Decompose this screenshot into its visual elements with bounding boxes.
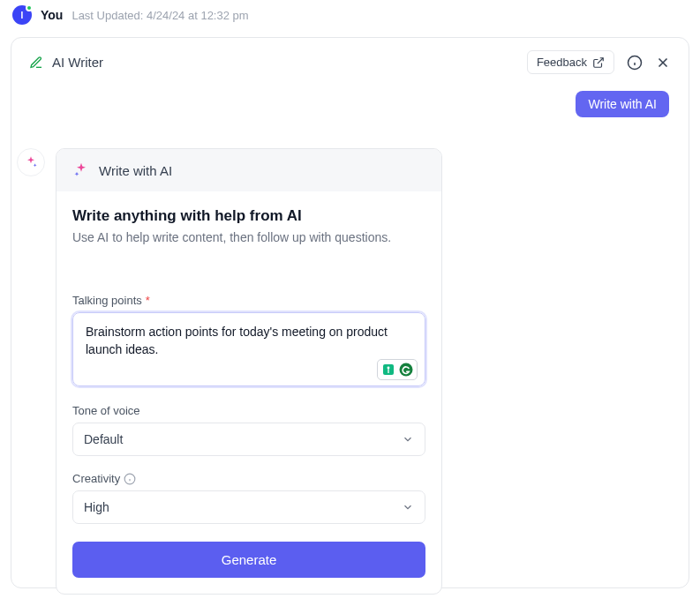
user-message-pill: Write with AI <box>576 91 669 117</box>
card-header-title: Write with AI <box>99 163 172 178</box>
chevron-down-icon <box>402 501 414 513</box>
creativity-field: Creativity High <box>72 472 425 524</box>
generate-label: Generate <box>222 552 277 567</box>
svg-line-0 <box>598 57 603 63</box>
feedback-button[interactable]: Feedback <box>527 50 614 74</box>
talking-points-wrapper <box>72 312 425 386</box>
external-link-icon <box>592 56 605 69</box>
required-marker: * <box>146 294 150 307</box>
avatar-letter: I <box>21 11 24 20</box>
last-updated-text: Last Updated: 4/24/24 at 12:32 pm <box>72 9 248 22</box>
sparkle-icon <box>72 161 90 179</box>
chevron-down-icon <box>402 433 414 445</box>
tone-select[interactable]: Default <box>72 423 425 456</box>
talking-points-field: Talking points * <box>72 294 425 386</box>
info-mini-icon[interactable] <box>124 473 136 485</box>
ai-writer-panel: AI Writer Feedback Write with AI <box>11 37 689 588</box>
svg-point-7 <box>388 367 390 370</box>
field-label-text: Creativity <box>72 472 120 485</box>
creativity-select[interactable]: High <box>72 490 425 524</box>
field-label-text: Talking points <box>72 294 142 307</box>
write-with-ai-card: Write with AI Write anything with help f… <box>56 148 442 595</box>
panel-title: AI Writer <box>52 55 103 70</box>
card-heading: Write anything with help from AI <box>72 207 425 225</box>
author-row: I You Last Updated: 4/24/24 at 12:32 pm <box>0 0 700 25</box>
talking-points-input[interactable] <box>75 315 423 380</box>
info-icon[interactable] <box>627 55 643 71</box>
close-icon[interactable] <box>655 55 671 71</box>
writing-assist-icon[interactable] <box>380 362 396 378</box>
sparkle-icon <box>24 155 38 169</box>
generate-button[interactable]: Generate <box>72 542 425 578</box>
author-name: You <box>41 8 63 22</box>
card-header: Write with AI <box>56 149 441 191</box>
panel-header-right: Feedback <box>527 50 671 74</box>
creativity-value: High <box>84 500 109 514</box>
feedback-label: Feedback <box>537 56 587 69</box>
panel-header-left: AI Writer <box>29 55 103 70</box>
talking-points-label: Talking points * <box>72 294 425 307</box>
chat-body: Write with AI Write with AI Write anythi… <box>11 86 689 580</box>
tone-value: Default <box>84 432 123 446</box>
presence-dot-icon <box>26 4 33 11</box>
user-message-text: Write with AI <box>588 97 657 111</box>
card-body: Write anything with help from AI Use AI … <box>56 191 441 594</box>
grammarly-icon[interactable] <box>398 362 414 378</box>
text-assist-toolbar <box>377 359 418 380</box>
pencil-icon <box>29 56 43 70</box>
avatar: I <box>12 5 32 25</box>
assistant-avatar <box>17 148 45 176</box>
creativity-label: Creativity <box>72 472 425 485</box>
card-subheading: Use AI to help write content, then follo… <box>72 230 425 244</box>
tone-field: Tone of voice Default <box>72 404 425 456</box>
panel-header: AI Writer Feedback <box>11 38 689 86</box>
tone-label: Tone of voice <box>72 404 425 417</box>
